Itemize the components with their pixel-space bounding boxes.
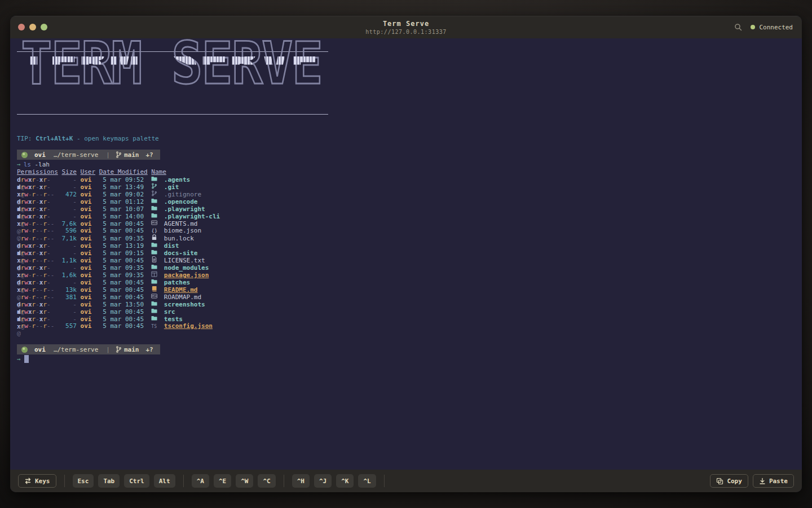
header-name: Name [151,168,795,176]
file-owner: ovi [81,279,95,286]
file-name[interactable]: tsconfig.json [164,322,795,330]
status-label: Connected [759,24,793,31]
key-button-ctrl-j[interactable]: ^J [314,474,332,488]
file-row: drwxr-xr-x@-ovi5 mar 09:52.agents [17,176,795,183]
folder-icon [151,249,160,255]
file-size: 1,1k [61,257,76,264]
key-button-ctrl-h[interactable]: ^H [292,474,310,488]
file-name: docs-site [164,249,795,257]
paste-button[interactable]: Paste [753,474,794,488]
key-button-ctrl-k[interactable]: ^K [336,474,354,488]
key-button-tab[interactable]: Tab [98,474,120,488]
file-owner: ovi [81,257,95,264]
file-date: 5 mar 00:45 [99,322,148,330]
file-size: - [61,264,76,271]
file-row: drwxr-xr-x@-ovi5 mar 00:45src [17,308,795,315]
shell-prompt: ovi …/term-serve | main +? [17,344,160,354]
file-date: 5 mar 00:45 [99,286,148,294]
file-date: 5 mar 01:12 [99,198,148,205]
search-icon[interactable] [734,23,743,32]
terminal-screen[interactable]: TERM SERVE TERM SERVE TIP: Ctrl+Alt+K - … [10,38,802,470]
key-button-ctrl-l[interactable]: ^L [358,474,376,488]
file-row: .rw-r--r--@381ovi5 mar 00:45ROADMAP.md [17,293,795,300]
prompt-path: …/term-serve [54,346,98,353]
file-owner: ovi [81,322,95,330]
file-date: 5 mar 09:02 [99,191,148,198]
copy-button[interactable]: Copy [710,474,748,488]
file-name[interactable]: package.json [164,271,795,279]
input-line[interactable]: → [17,355,795,363]
git-branch-icon [116,151,121,158]
command-line: →ls -lah [17,161,795,168]
folder-icon [151,205,160,211]
file-row: drwxr-xr-x@-ovi5 mar 14:00.playwright-cl… [17,212,795,220]
file-row: .rw-r--r--@557ovi5 mar 00:45TStsconfig.j… [17,322,795,330]
key-button-ctrl-a[interactable]: ^A [192,474,209,488]
file-name[interactable]: README.md [164,286,795,294]
folder-icon [151,315,160,321]
pkg-icon [151,271,160,277]
file-name: .playwright-cli [164,213,795,220]
file-owner: ovi [81,264,95,271]
file-date: 5 mar 10:07 [99,205,148,213]
file-row: .rw-r--r--@1,1kovi5 mar 00:45LICENSE.txt [17,256,795,264]
file-row: drwxr-xr-x@-ovi5 mar 09:15docs-site [17,249,795,256]
file-row: drwxr-xr-x@-ovi5 mar 10:07.playwright [17,205,795,212]
key-button-alt[interactable]: Alt [154,474,175,488]
file-name: .opencode [164,198,795,205]
file-row: .rw-r--r--@7,6kovi5 mar 00:45AGENTS.md [17,220,795,227]
git-status-flags: +? [145,151,153,159]
key-toolbar: Keys EscTabCtrlAlt^A^E^W^C^H^J^K^L Copy … [10,470,802,492]
file-name: screenshots [164,301,795,308]
header-date: Date Modified [99,168,148,176]
toolbar-divider [64,475,65,487]
file-owner: ovi [81,242,95,249]
git-status-flags: +? [145,346,153,353]
file-size: 472 [61,191,76,198]
file-row: drwxr-xr-x@-ovi5 mar 13:49.git [17,183,795,190]
file-name: biome.json [164,227,795,234]
keys-palette-button[interactable]: Keys [18,474,56,488]
file-row: drwxr-xr-x@-ovi5 mar 00:45tests [17,315,795,322]
key-button-ctrl-c[interactable]: ^C [258,474,275,488]
file-name: bun.lock [164,235,795,242]
command-args: -lah [31,161,50,168]
file-size: 13k [61,286,76,294]
prompt-arrow: → [17,161,21,168]
file-name: .agents [164,176,795,183]
doc-icon [151,256,160,262]
os-icon [21,347,28,353]
file-rows: drwxr-xr-x@-ovi5 mar 09:52.agentsdrwxr-x… [17,176,795,330]
banner-rule-bottom [17,114,328,115]
tip-line: TIP: Ctrl+Alt+K - open keymaps palette [17,135,795,142]
file-size: - [61,279,76,286]
file-owner: ovi [81,294,95,301]
file-name: node_modules [164,264,795,271]
prompt-user: ovi [34,151,46,159]
file-name: .gitignore [164,191,795,198]
terminal-cursor [24,355,29,363]
key-button-ctrl-w[interactable]: ^W [236,474,253,488]
file-date: 5 mar 09:15 [99,249,148,257]
file-owner: ovi [81,249,95,257]
file-size: 596 [61,227,76,234]
file-date: 5 mar 00:45 [99,308,148,316]
file-size: - [61,249,76,257]
file-size: 381 [61,294,76,301]
file-owner: ovi [81,308,95,316]
file-date: 5 mar 09:35 [99,264,148,271]
key-button-ctrl[interactable]: Ctrl [124,474,149,488]
file-row: drwxr-xr-x@-ovi5 mar 13:19dist [17,242,795,249]
file-owner: ovi [81,191,95,198]
md-icon [151,293,160,299]
file-size: - [61,213,76,220]
file-row: .rw-r--r--@596ovi5 mar 00:45{}biome.json [17,227,795,234]
copy-icon [716,478,723,485]
lock-icon [151,234,160,240]
file-date: 5 mar 13:19 [99,242,148,249]
file-date: 5 mar 09:35 [99,235,148,242]
keys-button-label: Keys [35,478,50,485]
key-button-esc[interactable]: Esc [73,474,94,488]
ascii-banner: TERM SERVE TERM SERVE [17,51,328,115]
key-button-ctrl-e[interactable]: ^E [214,474,231,488]
